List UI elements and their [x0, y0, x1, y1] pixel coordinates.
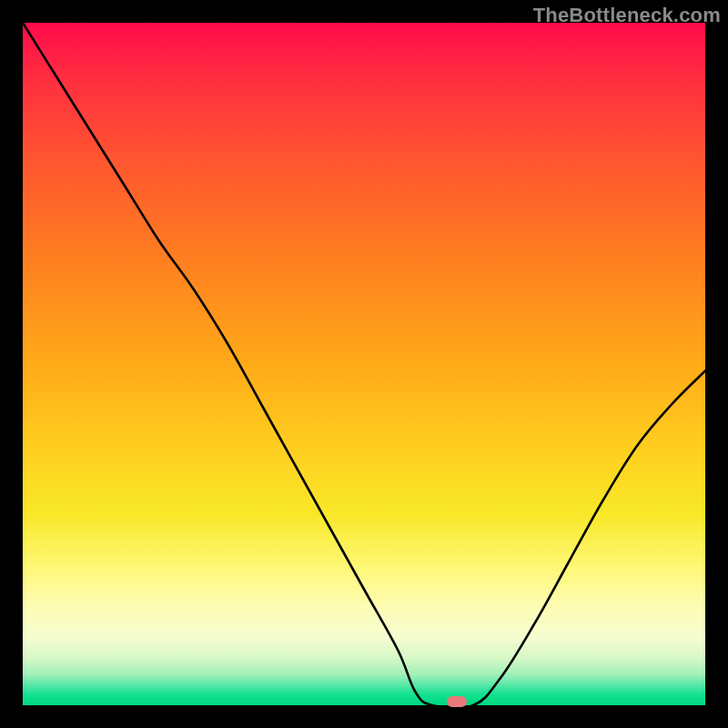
optimal-point-marker: [447, 696, 467, 707]
chart-container: TheBottleneck.com: [0, 0, 728, 728]
bottleneck-curve: [23, 23, 705, 705]
watermark-text: TheBottleneck.com: [533, 4, 721, 27]
